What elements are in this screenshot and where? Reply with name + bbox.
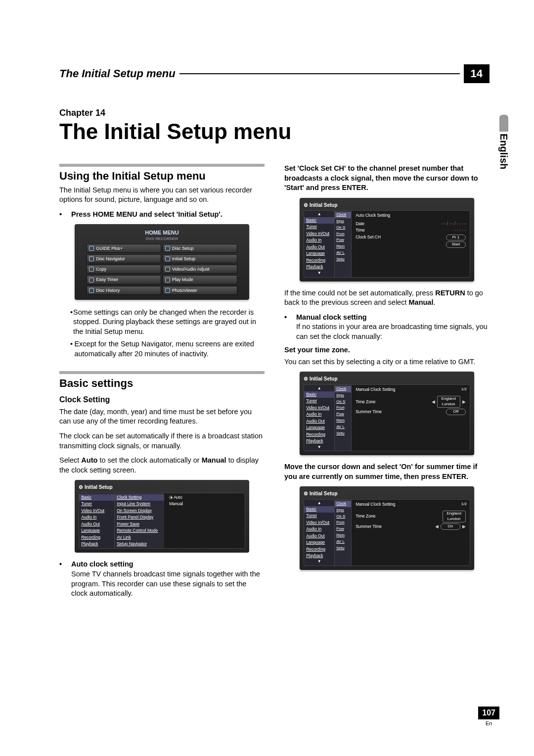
osd-setting-item[interactable]: Remote Control Mode: [115, 527, 164, 534]
osd-setting-item[interactable]: Setup Navigator: [115, 541, 164, 547]
osd-mid-item[interactable]: On S: [335, 514, 351, 520]
osd-side-item[interactable]: Audio In: [79, 514, 114, 520]
osd-side-item[interactable]: Basic: [304, 391, 334, 398]
osd-side-item[interactable]: Video In/Out: [304, 231, 334, 237]
osd-title: ⚙ Initial Setup: [304, 490, 470, 497]
chapter-title: The Initial Setup menu: [59, 119, 490, 144]
chapter-number-badge: 14: [464, 64, 490, 83]
osd-main-panel: 1/2 Manual Clock Setting Time Zone ◀ Eng…: [352, 385, 470, 451]
menu-video-audio-adjust[interactable]: Video/Audio Adjust: [163, 265, 237, 274]
arrow-right-icon[interactable]: ▶: [462, 523, 466, 529]
osd-mid-item[interactable]: Pow: [335, 237, 351, 243]
osd-side-item[interactable]: Audio In: [304, 237, 334, 243]
osd-setting-item[interactable]: AV Link: [115, 534, 164, 541]
osd-mid-item[interactable]: Fron: [335, 520, 351, 526]
osd-side-item[interactable]: Language: [304, 250, 334, 257]
osd-side-item[interactable]: Language: [79, 527, 114, 534]
osd-option-manual[interactable]: Manual: [167, 501, 242, 507]
menu-easy-timer[interactable]: Easy Timer: [87, 275, 161, 284]
osd-mid-item[interactable]: On S: [335, 399, 351, 405]
osd-side-item[interactable]: Language: [304, 539, 334, 546]
osd-setting-item[interactable]: Input Line System: [115, 501, 164, 507]
osd-side-item[interactable]: Basic: [304, 217, 334, 224]
section-bar: [59, 371, 265, 374]
osd-side-item[interactable]: Tuner: [79, 501, 114, 507]
osd-side-item[interactable]: Tuner: [304, 224, 334, 230]
osd-option-auto[interactable]: Auto: [167, 494, 242, 501]
osd-side-item[interactable]: Playback: [304, 438, 334, 444]
timezone-field[interactable]: EnglandLondon: [443, 511, 466, 522]
channel-field[interactable]: Pr 1: [446, 235, 466, 241]
osd-side-item[interactable]: Video In/Out: [304, 405, 334, 411]
osd-side-item[interactable]: Basic: [304, 506, 334, 513]
osd-mid-item[interactable]: AV L: [335, 250, 351, 256]
osd-side-item[interactable]: Tuner: [304, 513, 334, 519]
summer-time-field[interactable]: Off: [446, 409, 466, 415]
osd-side-item[interactable]: Recording: [304, 546, 334, 553]
menu-play-mode[interactable]: Play Mode: [163, 275, 237, 284]
osd-row-start: Start: [356, 241, 466, 248]
menu-initial-setup[interactable]: Initial Setup: [163, 254, 237, 263]
osd-mid-item[interactable]: Fron: [335, 405, 351, 411]
arrow-left-icon[interactable]: ◀: [435, 523, 439, 529]
menu-disc-navigator[interactable]: Disc Navigator: [87, 254, 161, 263]
menu-disc-setup[interactable]: Disc Setup: [163, 244, 237, 253]
osd-mid-item[interactable]: Clock: [335, 212, 351, 218]
disc-icon: [165, 246, 170, 251]
osd-side-item[interactable]: Recording: [304, 257, 334, 264]
osd-side-item[interactable]: Video In/Out: [304, 520, 334, 526]
osd-mid-item[interactable]: Fron: [335, 231, 351, 237]
menu-copy[interactable]: Copy: [87, 265, 161, 274]
osd-mid-item[interactable]: AV L: [335, 424, 351, 430]
osd-setting-item[interactable]: Front Panel Display: [115, 514, 164, 520]
osd-setting-item[interactable]: On Screen Display: [115, 508, 164, 514]
osd-mid-item[interactable]: Rem: [335, 532, 351, 539]
osd-side-item[interactable]: Audio In: [304, 526, 334, 532]
bullet-dot: •: [284, 313, 296, 342]
page-number-block: 107 En: [478, 707, 499, 726]
osd-mid-item[interactable]: On S: [335, 225, 351, 231]
osd-setting-item[interactable]: Power Save: [115, 521, 164, 527]
osd-side-item[interactable]: Playback: [304, 264, 334, 270]
osd-mid-item[interactable]: Setu: [335, 430, 351, 437]
osd-side-item[interactable]: Audio Out: [304, 533, 334, 539]
timezone-field[interactable]: EnglandLondon: [437, 396, 460, 408]
osd-mid-item[interactable]: AV L: [335, 539, 351, 545]
osd-setting-item[interactable]: Clock Setting: [115, 494, 164, 501]
osd-panel-title: Manual Clock Setting: [356, 387, 466, 392]
osd-mid-item[interactable]: Rem: [335, 418, 351, 424]
osd-side-item[interactable]: Tuner: [304, 398, 334, 404]
menu-disc-history[interactable]: Disc History: [87, 286, 161, 295]
osd-mid-item[interactable]: Clock: [335, 501, 351, 507]
osd-mid-item[interactable]: Setu: [335, 545, 351, 552]
step-heading: Set your time zone.: [284, 345, 490, 355]
summer-time-field[interactable]: On: [441, 523, 460, 530]
osd-side-item[interactable]: Playback: [79, 541, 114, 547]
osd-mid-item[interactable]: Setu: [335, 256, 351, 263]
osd-mid-item[interactable]: Inpu: [335, 218, 351, 225]
osd-side-item[interactable]: Audio Out: [79, 521, 114, 527]
arrow-left-icon[interactable]: ◀: [432, 399, 435, 405]
osd-side-item[interactable]: Audio In: [304, 411, 334, 418]
osd-mid-item[interactable]: Rem: [335, 243, 351, 250]
osd-side-item[interactable]: Basic: [79, 494, 114, 501]
osd-side-item[interactable]: Audio Out: [304, 244, 334, 250]
osd-mid-item[interactable]: Pow: [335, 526, 351, 532]
menu-guide-plus[interactable]: GUIDE Plus+: [87, 244, 161, 253]
osd-side-item[interactable]: Video In/Out: [79, 508, 114, 514]
osd-settings-list-truncated: Clock Inpu On S Fron Pow Rem AV L Setu: [335, 385, 352, 451]
arrow-right-icon[interactable]: ▶: [462, 399, 466, 405]
osd-mid-item[interactable]: Pow: [335, 411, 351, 418]
osd-mid-item[interactable]: Inpu: [335, 392, 351, 399]
osd-side-item[interactable]: Language: [304, 425, 334, 431]
osd-mid-item[interactable]: Inpu: [335, 507, 351, 514]
start-button[interactable]: Start: [446, 241, 466, 248]
osd-side-item[interactable]: Recording: [304, 431, 334, 438]
osd-mid-item[interactable]: Clock: [335, 386, 351, 392]
menu-photoviewer[interactable]: PhotoViewer: [163, 286, 237, 295]
osd-auto-clock: ⚙ Initial Setup ▲ Basic Tuner Video In/O…: [300, 198, 474, 282]
osd-side-item[interactable]: Audio Out: [304, 418, 334, 425]
osd-side-item[interactable]: Playback: [304, 553, 334, 559]
section-bar: [59, 164, 265, 167]
osd-side-item[interactable]: Recording: [79, 534, 114, 541]
